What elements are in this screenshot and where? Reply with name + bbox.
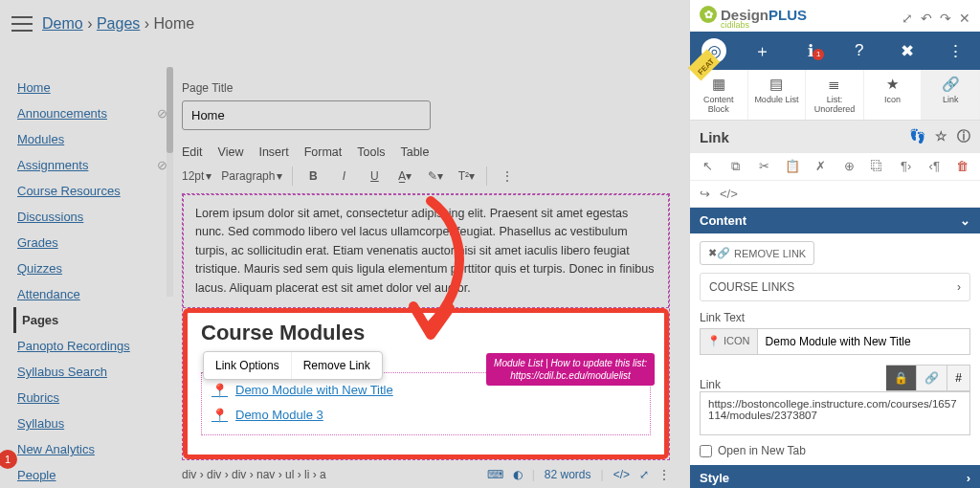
remove-link-button[interactable]: Remove Link — [292, 352, 382, 379]
breadcrumb: Demo › Pages › Home — [42, 15, 194, 33]
module-link-3[interactable]: Demo Module 3 — [235, 408, 323, 422]
nav-quizzes[interactable]: Quizzes — [17, 261, 62, 276]
superscript-button[interactable]: T²▾ — [456, 169, 477, 183]
tab-more-icon[interactable]: ⋮ — [939, 41, 973, 61]
tab-tools-icon[interactable]: ✖ — [890, 41, 924, 61]
text-color-button[interactable]: A̲▾ — [394, 169, 415, 183]
nav-new-analytics[interactable]: New Analytics — [17, 442, 95, 456]
a11y-icon[interactable]: ◐ — [513, 468, 523, 481]
module-list-helper-badge: Module List | How to update this list: h… — [486, 353, 655, 386]
content-accordion-header[interactable]: Content — [700, 213, 746, 228]
redo-small-icon[interactable]: ↪ — [700, 187, 710, 201]
hash-icon[interactable]: # — [947, 365, 970, 391]
nav-home[interactable]: Home — [17, 80, 51, 95]
rce-editor[interactable]: Lorem ipsum dolor sit amet, consectetur … — [182, 193, 670, 460]
menu-tools[interactable]: Tools — [357, 145, 385, 159]
link-label: Link — [700, 378, 721, 391]
tab-help-icon[interactable]: ? — [842, 41, 877, 60]
section-link-title: Link — [700, 129, 729, 145]
nav-panopto[interactable]: Panopto Recordings — [17, 339, 130, 353]
code-icon[interactable]: </> — [720, 187, 738, 201]
underline-button[interactable]: U — [364, 169, 385, 183]
tool-icon[interactable]: ★Icon — [864, 70, 923, 120]
page-title-input[interactable] — [182, 100, 431, 130]
paragraph-style-select[interactable]: Paragraph▾ — [221, 169, 282, 183]
fullscreen-icon[interactable]: ⤢ — [639, 468, 649, 481]
remove-link-button-panel[interactable]: ✖🔗REMOVE LINK — [700, 241, 814, 265]
footprints-icon[interactable]: 👣 — [909, 128, 925, 145]
hamburger-menu-icon[interactable] — [11, 16, 33, 32]
breadcrumb-pages[interactable]: Pages — [97, 15, 140, 32]
open-new-tab-checkbox[interactable]: Open in New Tab — [700, 444, 970, 457]
menu-format[interactable]: Format — [304, 145, 343, 159]
star-icon[interactable]: ☆ — [935, 128, 947, 145]
strike-icon[interactable]: ✗ — [812, 159, 831, 174]
course-links-accordion[interactable]: COURSE LINKS› — [700, 273, 970, 301]
para-ltr-icon[interactable]: ¶› — [897, 159, 916, 174]
nav-announcements[interactable]: Announcements — [17, 106, 107, 121]
resize-handle-icon[interactable]: ⋮ — [658, 468, 670, 481]
nav-syllabus[interactable]: Syllabus — [17, 416, 64, 431]
breadcrumb-demo[interactable]: Demo — [42, 15, 83, 32]
highlight-button[interactable]: ✎▾ — [425, 169, 446, 183]
font-size-select[interactable]: 12pt▾ — [182, 169, 212, 183]
nav-assignments[interactable]: Assignments — [17, 158, 88, 172]
tool-module-list[interactable]: ▤Module List — [748, 70, 807, 120]
redo-icon[interactable]: ↷ — [940, 11, 951, 26]
nav-discussions[interactable]: Discussions — [17, 210, 83, 224]
nav-pages[interactable]: Pages — [22, 313, 58, 327]
unlink-icon: ✖🔗 — [708, 247, 730, 259]
tool-list-unordered[interactable]: ≣List: Unordered — [806, 70, 864, 120]
menu-edit[interactable]: Edit — [182, 145, 203, 159]
paste-icon[interactable]: 📋 — [783, 159, 802, 174]
icon-prefix[interactable]: 📍 ICON — [700, 328, 757, 355]
trash-icon[interactable]: 🗑 — [953, 159, 972, 174]
style-accordion-header[interactable]: Style — [700, 471, 729, 485]
menu-view[interactable]: View — [218, 145, 244, 159]
nav-syllabus-search[interactable]: Syllabus Search — [17, 365, 107, 379]
link-icon[interactable]: 🔗 — [917, 365, 947, 391]
add-circle-icon[interactable]: ⊕ — [839, 159, 858, 174]
nav-attendance[interactable]: Attendance — [17, 287, 80, 301]
word-count[interactable]: 82 words — [545, 468, 591, 481]
nav-course-resources[interactable]: Course Resources — [17, 184, 121, 198]
link-text-input[interactable] — [757, 328, 970, 355]
info-icon[interactable]: ⓘ — [957, 128, 970, 145]
link-text-label: Link Text — [700, 311, 970, 324]
designplus-panel: ✿ DesignPLUS cidilabs ⤢ ↶ ↷ ✕ ◎ ＋ ℹ1 ? ✖… — [689, 0, 980, 488]
nav-rubrics[interactable]: Rubrics — [17, 390, 59, 405]
menu-insert[interactable]: Insert — [258, 145, 288, 159]
bold-button[interactable]: B — [302, 169, 323, 183]
nav-scrollbar[interactable] — [167, 67, 173, 297]
link-url-input[interactable] — [700, 391, 970, 435]
italic-button[interactable]: I — [333, 169, 354, 183]
html-view-icon[interactable]: </> — [613, 468, 630, 481]
close-icon[interactable]: ✕ — [959, 11, 970, 26]
lorem-paragraph[interactable]: Lorem ipsum dolor sit amet, consectetur … — [183, 194, 669, 308]
tab-a11y-icon[interactable]: ℹ1 — [793, 41, 828, 61]
cut-icon[interactable]: ✂ — [754, 159, 773, 174]
para-rtl-icon[interactable]: ‹¶ — [924, 159, 944, 174]
nav-modules[interactable]: Modules — [17, 132, 64, 146]
pin-icon: 📍 — [212, 383, 228, 398]
expand-icon[interactable]: ⤢ — [902, 11, 913, 26]
editor-statusbar: div › div › div › nav › ul › li › a ⌨ ◐ … — [182, 468, 670, 481]
dom-path[interactable]: div › div › div › nav › ul › li › a — [182, 468, 478, 481]
link-options-button[interactable]: Link Options — [204, 352, 292, 379]
undo-icon[interactable]: ↶ — [921, 11, 932, 26]
course-nav: Home Announcements⊘ Modules Assignments⊘… — [13, 75, 171, 488]
more-button[interactable]: ⋮ — [497, 169, 518, 183]
brand-badge-icon: ✿ — [700, 6, 717, 23]
breadcrumb-current: Home — [154, 15, 195, 32]
keyboard-icon[interactable]: ⌨ — [487, 468, 503, 481]
duplicate-icon[interactable]: ⿻ — [868, 159, 887, 174]
nav-people[interactable]: People — [17, 468, 56, 482]
copy-icon[interactable]: ⧉ — [726, 159, 746, 174]
lock-icon[interactable]: 🔒 — [886, 365, 917, 391]
tab-add-icon[interactable]: ＋ — [746, 40, 780, 62]
tool-link[interactable]: 🔗Link — [922, 70, 980, 120]
cursor-icon[interactable]: ↖ — [698, 159, 717, 174]
nav-grades[interactable]: Grades — [17, 235, 58, 250]
module-link-1[interactable]: Demo Module with New Title — [235, 383, 393, 397]
menu-table[interactable]: Table — [400, 145, 429, 159]
